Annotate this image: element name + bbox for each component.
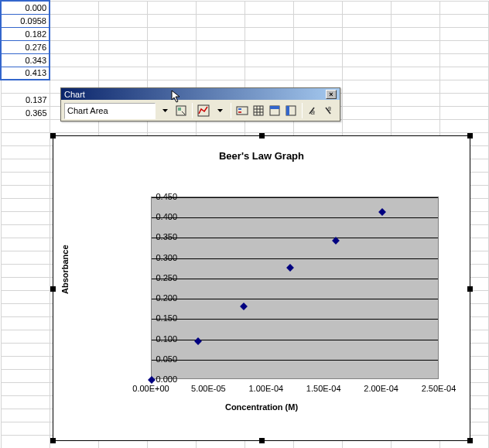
resize-handle[interactable]: [50, 286, 56, 292]
cell[interactable]: [391, 119, 439, 132]
cell[interactable]: [293, 40, 342, 53]
by-row-icon[interactable]: [268, 102, 282, 119]
cell[interactable]: [1, 369, 50, 382]
cell[interactable]: [196, 67, 244, 80]
cell[interactable]: [1, 145, 50, 159]
cell[interactable]: [1, 132, 50, 145]
cell[interactable]: [293, 67, 342, 80]
cell[interactable]: [244, 67, 293, 80]
chart-objects-select[interactable]: [64, 103, 156, 119]
cell[interactable]: [244, 14, 293, 27]
by-col-icon[interactable]: [284, 102, 298, 119]
cell[interactable]: [439, 1, 488, 14]
cell[interactable]: [98, 40, 147, 53]
cell[interactable]: [439, 80, 488, 93]
angle-ccw-icon[interactable]: a: [306, 102, 320, 119]
cell[interactable]: [196, 14, 244, 27]
dropdown-icon[interactable]: [158, 102, 172, 119]
cell[interactable]: [196, 40, 244, 53]
data-point[interactable]: [194, 337, 202, 345]
cell[interactable]: [342, 1, 391, 14]
data-table-icon[interactable]: [251, 102, 265, 119]
format-object-icon[interactable]: [174, 102, 188, 119]
cell[interactable]: [1, 80, 50, 93]
cell[interactable]: [50, 14, 98, 27]
cell[interactable]: 0.343: [1, 53, 50, 67]
cell[interactable]: [1, 251, 50, 264]
cell[interactable]: [1, 119, 50, 132]
cell[interactable]: [244, 53, 293, 67]
x-axis-label[interactable]: Concentration (M): [53, 402, 470, 412]
cell[interactable]: [98, 27, 147, 40]
cell[interactable]: [147, 40, 196, 53]
resize-handle[interactable]: [259, 133, 265, 139]
cell[interactable]: [1, 198, 50, 211]
cell[interactable]: [50, 53, 98, 67]
cell[interactable]: [1, 395, 50, 409]
dropdown-icon[interactable]: [213, 102, 227, 119]
cell[interactable]: [1, 435, 50, 448]
cell[interactable]: [342, 40, 391, 53]
data-point[interactable]: [240, 303, 248, 310]
resize-handle[interactable]: [259, 438, 265, 443]
cell[interactable]: [342, 106, 391, 119]
cell[interactable]: [1, 382, 50, 395]
cell[interactable]: 0.413: [1, 67, 50, 80]
data-point[interactable]: [378, 208, 386, 216]
cell[interactable]: [293, 1, 342, 14]
cell[interactable]: [147, 14, 196, 27]
cell[interactable]: [439, 106, 488, 119]
cell[interactable]: [147, 27, 196, 40]
cell[interactable]: [196, 27, 244, 40]
cell[interactable]: [391, 80, 439, 93]
toolbar-titlebar[interactable]: Chart ×: [61, 88, 340, 100]
cell[interactable]: [439, 27, 488, 40]
y-axis-label[interactable]: Absorbance: [60, 245, 70, 294]
cell[interactable]: [1, 409, 50, 422]
cell[interactable]: 0.000: [1, 1, 50, 14]
resize-handle[interactable]: [50, 133, 56, 139]
cell[interactable]: [342, 14, 391, 27]
cell[interactable]: [1, 185, 50, 198]
cell[interactable]: [293, 14, 342, 27]
resize-handle[interactable]: [467, 133, 473, 139]
chart-container[interactable]: Beer's Law Graph Absorbance Concentratio…: [53, 135, 470, 441]
cell[interactable]: 0.276: [1, 40, 50, 53]
cell[interactable]: [439, 53, 488, 67]
cell[interactable]: [1, 159, 50, 172]
cell[interactable]: [342, 53, 391, 67]
cell[interactable]: [50, 27, 98, 40]
cell[interactable]: [98, 53, 147, 67]
cell[interactable]: [98, 67, 147, 80]
cell[interactable]: [293, 27, 342, 40]
cell[interactable]: 0.137: [1, 93, 50, 106]
close-icon[interactable]: ×: [326, 90, 337, 99]
cell[interactable]: [1, 330, 50, 343]
cell[interactable]: [244, 27, 293, 40]
cell[interactable]: [342, 67, 391, 80]
cell[interactable]: [439, 119, 488, 132]
cell[interactable]: [50, 1, 98, 14]
cell[interactable]: [391, 14, 439, 27]
cell[interactable]: [1, 422, 50, 435]
cell[interactable]: [1, 264, 50, 277]
chart-title[interactable]: Beer's Law Graph: [53, 136, 470, 168]
cell[interactable]: [50, 40, 98, 53]
cell[interactable]: [1, 224, 50, 238]
cell[interactable]: [391, 67, 439, 80]
cell[interactable]: [439, 93, 488, 106]
cell[interactable]: [50, 67, 98, 80]
cell[interactable]: [1, 356, 50, 369]
cell[interactable]: [439, 14, 488, 27]
cell[interactable]: [293, 53, 342, 67]
cell[interactable]: [342, 27, 391, 40]
cell[interactable]: [391, 106, 439, 119]
cell[interactable]: [391, 1, 439, 14]
cell[interactable]: [98, 14, 147, 27]
cell[interactable]: [147, 67, 196, 80]
cell[interactable]: [1, 290, 50, 303]
cell[interactable]: [1, 172, 50, 185]
angle-cw-icon[interactable]: a: [323, 102, 337, 119]
cell[interactable]: [1, 343, 50, 356]
plot-area[interactable]: [151, 197, 439, 379]
